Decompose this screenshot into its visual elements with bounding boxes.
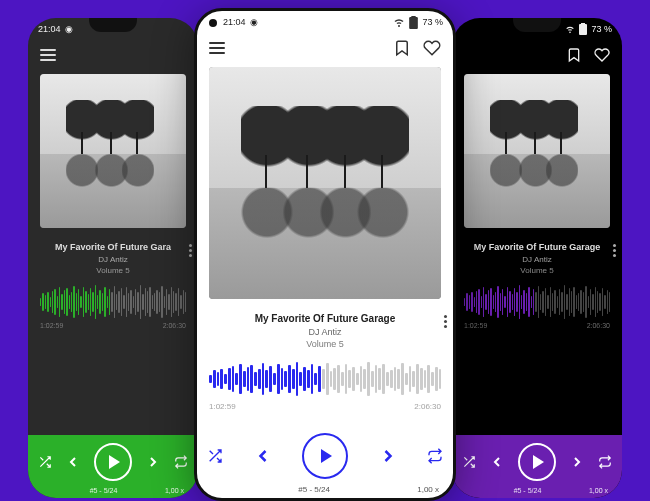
playback-speed: 1,00 x (165, 487, 184, 494)
track-title: My Favorite Of Future Gara (34, 242, 192, 252)
play-button[interactable] (94, 443, 132, 481)
svg-rect-3 (412, 16, 416, 17)
shuffle-icon[interactable] (207, 448, 223, 464)
wifi-icon (565, 24, 575, 34)
queue-position: #5 - 5/24 (298, 485, 330, 494)
camera-punch (209, 19, 217, 27)
phone-preview-black-purple: 73 % My Favorite Of Future Garage DJ Ant… (452, 18, 622, 498)
phone-preview-dark-green: 21:04◉ My Favorite Of Future Gara DJ Ant… (28, 18, 198, 498)
more-icon[interactable] (444, 315, 447, 328)
time-total: 2:06:30 (414, 402, 441, 411)
playback-speed: 1,00 x (417, 485, 439, 494)
playback-controls: #5 - 5/24 1,00 x (197, 425, 453, 498)
status-bar: 21:04◉ 73 % (197, 11, 453, 33)
time-total: 2:06:30 (587, 322, 610, 329)
more-icon[interactable] (613, 244, 616, 257)
time-total: 2:06:30 (163, 322, 186, 329)
more-icon[interactable] (189, 244, 192, 257)
heart-icon[interactable] (594, 47, 610, 63)
repeat-icon[interactable] (427, 448, 443, 464)
prev-icon[interactable] (253, 446, 273, 466)
wifi-icon (393, 16, 405, 28)
clock: 21:04 (38, 24, 61, 34)
track-artist: DJ Antiz (203, 327, 447, 337)
bookmark-icon[interactable] (566, 47, 582, 63)
repeat-icon[interactable] (174, 455, 188, 469)
playback-speed: 1,00 x (589, 487, 608, 494)
top-bar (452, 40, 622, 70)
notch (513, 18, 561, 32)
track-album: Volume 5 (458, 266, 616, 275)
queue-position: #5 - 5/24 (90, 487, 118, 494)
play-button[interactable] (518, 443, 556, 481)
svg-rect-0 (579, 24, 587, 35)
track-title: My Favorite Of Future Garage (458, 242, 616, 252)
svg-rect-1 (581, 23, 585, 24)
track-artist: DJ Antiz (34, 255, 192, 264)
top-bar (28, 40, 198, 70)
queue-position: #5 - 5/24 (514, 487, 542, 494)
waveform[interactable] (209, 359, 441, 399)
playback-controls: #5 - 5/24 1,00 x (452, 435, 622, 498)
prev-icon[interactable] (489, 454, 505, 470)
album-art[interactable] (209, 67, 441, 299)
prev-icon[interactable] (65, 454, 81, 470)
track-album: Volume 5 (203, 339, 447, 349)
album-art[interactable] (40, 74, 186, 228)
next-icon[interactable] (378, 446, 398, 466)
battery-icon (409, 16, 418, 29)
repeat-icon[interactable] (598, 455, 612, 469)
track-title: My Favorite Of Future Garage (203, 313, 447, 324)
track-album: Volume 5 (34, 266, 192, 275)
next-icon[interactable] (569, 454, 585, 470)
waveform[interactable] (40, 285, 186, 319)
next-icon[interactable] (145, 454, 161, 470)
waveform[interactable] (464, 285, 610, 319)
bookmark-icon[interactable] (393, 39, 411, 57)
battery-icon (579, 23, 587, 35)
clock: 21:04 (223, 17, 246, 27)
time-elapsed: 1:02:59 (40, 322, 63, 329)
notch (89, 18, 137, 32)
time-elapsed: 1:02:59 (209, 402, 236, 411)
album-art[interactable] (464, 74, 610, 228)
playback-controls: #5 - 5/24 1,00 x (28, 435, 198, 498)
battery-percent: 73 % (422, 17, 443, 27)
menu-icon[interactable] (209, 42, 225, 54)
top-bar (197, 33, 453, 63)
battery-percent: 73 % (591, 24, 612, 34)
menu-icon[interactable] (40, 49, 56, 61)
play-button[interactable] (302, 433, 348, 479)
track-artist: DJ Antiz (458, 255, 616, 264)
time-elapsed: 1:02:59 (464, 322, 487, 329)
phone-preview-light-blue: 21:04◉ 73 % My Favorite Of Future Garage… (194, 8, 456, 501)
shuffle-icon[interactable] (462, 455, 476, 469)
shuffle-icon[interactable] (38, 455, 52, 469)
svg-rect-2 (410, 17, 419, 29)
heart-icon[interactable] (423, 39, 441, 57)
